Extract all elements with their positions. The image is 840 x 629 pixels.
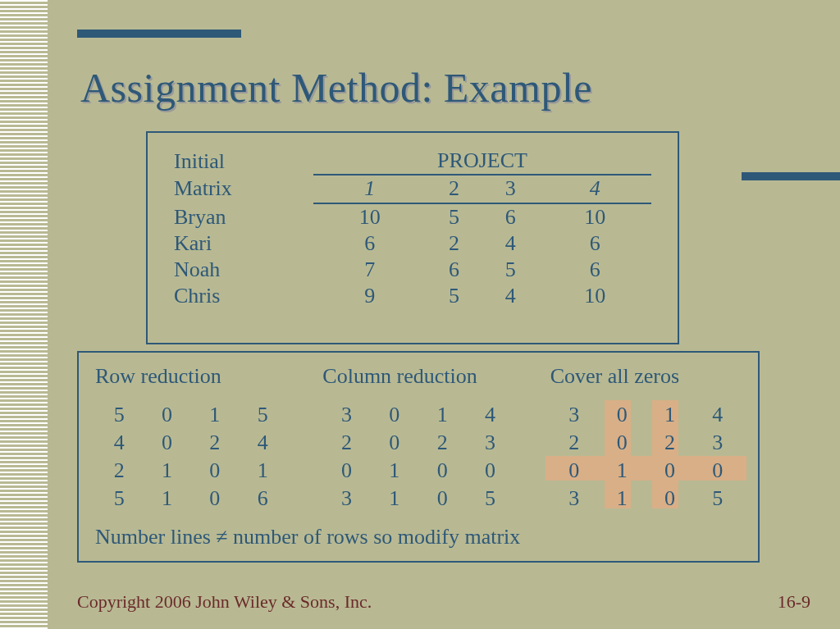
cell: 0 bbox=[646, 458, 693, 484]
cell: 5 bbox=[95, 402, 143, 428]
left-stripe-decor bbox=[0, 0, 48, 629]
cell: 2 bbox=[646, 430, 693, 456]
row-reduction-title: Row reduction bbox=[95, 364, 286, 389]
cell: 0 bbox=[694, 458, 742, 484]
cell: 0 bbox=[371, 402, 418, 428]
cell: 1 bbox=[143, 485, 190, 512]
cell: 3 bbox=[550, 485, 598, 512]
cell: 4 bbox=[482, 230, 539, 257]
cell: 0 bbox=[191, 458, 239, 484]
cell: 3 bbox=[550, 402, 598, 428]
cell: 0 bbox=[598, 430, 646, 456]
cell: 1 bbox=[239, 458, 286, 484]
right-accent-bar bbox=[742, 172, 840, 180]
cell: 9 bbox=[313, 283, 426, 309]
col-header: 4 bbox=[539, 175, 651, 203]
cell: 7 bbox=[313, 257, 426, 283]
cell: 0 bbox=[143, 430, 190, 456]
cell: 6 bbox=[239, 485, 286, 512]
cell: 5 bbox=[95, 485, 143, 512]
cell: 3 bbox=[694, 430, 742, 456]
cell: 6 bbox=[482, 203, 539, 230]
column-reduction-block: Column reduction 3014 2023 0100 3105 bbox=[322, 364, 514, 512]
cover-zeros-title: Cover all zeros bbox=[550, 364, 742, 389]
row-name: Chris bbox=[174, 283, 313, 309]
col-header: 1 bbox=[313, 175, 426, 203]
row-name: Bryan bbox=[174, 203, 313, 230]
cell: 5 bbox=[239, 402, 286, 428]
column-reduction-title: Column reduction bbox=[322, 364, 514, 389]
row-name: Kari bbox=[174, 230, 313, 257]
cell: 0 bbox=[598, 402, 646, 428]
cell: 4 bbox=[694, 402, 742, 428]
cell: 4 bbox=[466, 402, 514, 428]
modify-matrix-note: Number lines ≠ number of rows so modify … bbox=[95, 525, 520, 549]
cell: 5 bbox=[694, 485, 742, 512]
cell: 6 bbox=[539, 230, 651, 257]
column-reduction-matrix: 3014 2023 0100 3105 bbox=[322, 402, 514, 512]
cell: 1 bbox=[143, 458, 190, 484]
top-accent-bar bbox=[77, 30, 241, 38]
initial-matrix-panel: Initial PROJECT Matrix 1 2 3 4 Bryan 10 … bbox=[146, 131, 679, 344]
cell: 5 bbox=[426, 283, 482, 309]
cell: 1 bbox=[191, 402, 239, 428]
cell: 1 bbox=[646, 402, 693, 428]
cell: 1 bbox=[371, 485, 418, 512]
cell: 0 bbox=[322, 458, 370, 484]
cell: 6 bbox=[426, 257, 482, 283]
cell: 0 bbox=[143, 402, 190, 428]
project-header: PROJECT bbox=[313, 148, 651, 175]
row-reduction-matrix: 5015 4024 2101 5106 bbox=[95, 402, 286, 512]
reduction-panel: Row reduction 5015 4024 2101 5106 Column… bbox=[77, 351, 760, 563]
cell: 10 bbox=[539, 203, 651, 230]
cell: 3 bbox=[466, 430, 514, 456]
cell: 5 bbox=[482, 257, 539, 283]
cell: 2 bbox=[418, 430, 466, 456]
table-row: Noah 7 6 5 6 bbox=[174, 257, 651, 283]
initial-label: Initial bbox=[174, 148, 313, 175]
cell: 0 bbox=[418, 458, 466, 484]
table-row: Chris 9 5 4 10 bbox=[174, 283, 651, 309]
row-reduction-block: Row reduction 5015 4024 2101 5106 bbox=[95, 364, 286, 512]
footer-copyright: Copyright 2006 John Wiley & Sons, Inc. bbox=[77, 591, 372, 613]
cell: 0 bbox=[646, 485, 693, 512]
cell: 10 bbox=[313, 203, 426, 230]
cell: 1 bbox=[371, 458, 418, 484]
col-header: 2 bbox=[426, 175, 482, 203]
cell: 0 bbox=[466, 458, 514, 484]
cell: 4 bbox=[95, 430, 143, 456]
cover-zeros-matrix: 3014 2023 0100 3105 bbox=[550, 402, 742, 512]
cell: 0 bbox=[371, 430, 418, 456]
cover-zeros-block: Cover all zeros 3014 2023 0100 3105 bbox=[550, 364, 742, 512]
cell: 0 bbox=[418, 485, 466, 512]
cell: 2 bbox=[322, 430, 370, 456]
cell: 0 bbox=[191, 485, 239, 512]
cell: 1 bbox=[598, 485, 646, 512]
cell: 6 bbox=[539, 257, 651, 283]
col-header: 3 bbox=[482, 175, 539, 203]
cell: 1 bbox=[598, 458, 646, 484]
table-row: Kari 6 2 4 6 bbox=[174, 230, 651, 257]
footer-page-number: 16-9 bbox=[778, 591, 810, 613]
cell: 3 bbox=[322, 402, 370, 428]
cell: 3 bbox=[322, 485, 370, 512]
row-name: Noah bbox=[174, 257, 313, 283]
matrix-label: Matrix bbox=[174, 175, 313, 203]
cell: 4 bbox=[239, 430, 286, 456]
cell: 0 bbox=[550, 458, 598, 484]
cell: 2 bbox=[191, 430, 239, 456]
table-row: Bryan 10 5 6 10 bbox=[174, 203, 651, 230]
cell: 2 bbox=[95, 458, 143, 484]
cell: 2 bbox=[426, 230, 482, 257]
cell: 6 bbox=[313, 230, 426, 257]
cell: 1 bbox=[418, 402, 466, 428]
initial-matrix-table: Initial PROJECT Matrix 1 2 3 4 Bryan 10 … bbox=[174, 148, 651, 309]
cell: 10 bbox=[539, 283, 651, 309]
cell: 4 bbox=[482, 283, 539, 309]
cell: 5 bbox=[466, 485, 514, 512]
cell: 2 bbox=[550, 430, 598, 456]
cell: 5 bbox=[426, 203, 482, 230]
slide-title: Assignment Method: Example bbox=[80, 64, 786, 112]
